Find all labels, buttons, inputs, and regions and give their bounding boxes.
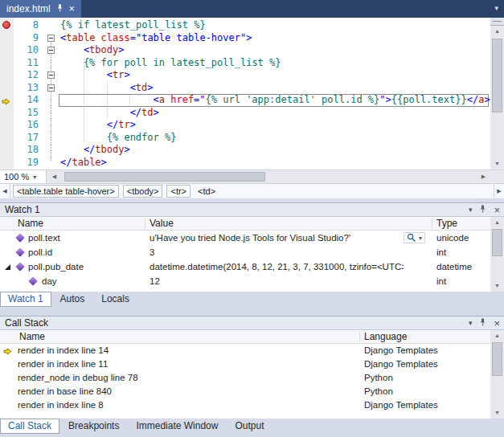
breakpoint-gutter-cell[interactable]	[0, 132, 14, 145]
outline-collapse-toggle[interactable]	[47, 71, 55, 79]
watch-row[interactable]: day12int	[0, 274, 490, 288]
breakpoint-gutter-cell[interactable]	[0, 69, 14, 82]
watch-value[interactable]: datetime.datetime(2014, 8, 12, 21, 3, 7,…	[150, 259, 404, 274]
breadcrumb-scroll-left-icon[interactable]: ◀	[0, 184, 10, 198]
code-editor[interactable]: 8{% if latest_poll_list %}9<table class=…	[0, 18, 490, 169]
chevron-down-icon[interactable]: ▾	[419, 235, 422, 242]
code-line[interactable]: 9<table class="table table-hover">	[0, 32, 490, 45]
code-line[interactable]: 13<td>	[0, 82, 490, 95]
breakpoint-gutter-cell[interactable]	[0, 107, 14, 120]
scroll-down-button[interactable]: ▼	[490, 158, 504, 169]
watch-name[interactable]: poll.id	[28, 245, 52, 259]
watch-row[interactable]: poll.id3int	[0, 245, 490, 259]
close-icon[interactable]: ×	[69, 4, 75, 14]
scroll-up-button[interactable]: ▲	[490, 330, 504, 341]
tool-tab-autos[interactable]: Autos	[52, 292, 93, 307]
watch-panel-header[interactable]: Watch 1 ▾ ×	[0, 202, 504, 217]
tree-expander-icon[interactable]	[5, 264, 10, 270]
watch-value[interactable]: u'Have you tried Node.js Tools for Visua…	[150, 231, 350, 245]
outline-collapse-toggle[interactable]	[47, 47, 55, 54]
close-icon[interactable]: ×	[494, 205, 500, 215]
callstack-frame[interactable]: render in base line 840Python	[0, 385, 490, 398]
breakpoint-gutter-cell[interactable]	[0, 82, 14, 95]
column-header-type[interactable]: Type	[436, 218, 457, 230]
code-text[interactable]: <tr>	[60, 69, 130, 82]
tool-tab-output[interactable]: Output	[227, 419, 272, 434]
code-text[interactable]: {% if latest_poll_list %}	[60, 19, 206, 32]
magnifier-icon[interactable]	[407, 233, 416, 243]
watch-value[interactable]: 3	[150, 245, 154, 259]
code-text[interactable]: <tbody>	[60, 44, 124, 57]
callstack-frame[interactable]: render_node in debug line 78Python	[0, 371, 490, 385]
watch-vertical-scrollbar[interactable]: ▲ ▼	[490, 217, 504, 292]
code-line[interactable]: 14<a href="{% url 'app:detail' poll.id %…	[0, 94, 490, 107]
callstack-frame[interactable]: render in index line 8Django Templates	[0, 398, 490, 412]
watch-row[interactable]: poll.pub_datedatetime.datetime(2014, 8, …	[0, 259, 490, 274]
column-header-name[interactable]: Name	[19, 331, 45, 343]
tool-tab-call-stack[interactable]: Call Stack	[0, 419, 59, 434]
outline-collapse-toggle[interactable]	[47, 35, 55, 42]
tool-tab-breakpoints[interactable]: Breakpoints	[60, 419, 127, 434]
callstack-frame[interactable]: render in index line 14Django Templates	[0, 344, 490, 357]
breakpoint-gutter-cell[interactable]	[0, 19, 14, 32]
code-line[interactable]: 15</td>	[0, 107, 490, 120]
editor-split-handle[interactable]	[490, 18, 504, 26]
close-icon[interactable]: ×	[494, 318, 500, 329]
callstack-vertical-scrollbar[interactable]: ▲ ▼	[490, 330, 504, 419]
code-line[interactable]: 17{% endfor %}	[0, 132, 490, 145]
code-text[interactable]: <a href="{% url 'app:detail' poll.id %}"…	[60, 94, 490, 107]
horizontal-scrollbar-thumb[interactable]	[64, 172, 265, 182]
breadcrumb-item[interactable]: <td>	[195, 186, 219, 197]
watch-row[interactable]: poll.textu'Have you tried Node.js Tools …	[0, 231, 490, 245]
tool-tab-locals[interactable]: Locals	[93, 292, 137, 307]
breakpoint-gutter-cell[interactable]	[0, 32, 14, 45]
pin-icon[interactable]	[479, 317, 486, 329]
breakpoint-gutter-cell[interactable]	[0, 144, 14, 157]
column-header-name[interactable]: Name	[18, 218, 43, 230]
code-line[interactable]: 11{% for poll in latest_poll_list %}	[0, 57, 490, 70]
chevron-down-icon[interactable]: ▾	[494, 5, 498, 12]
vertical-scrollbar-thumb[interactable]	[492, 39, 502, 112]
code-text[interactable]: </tr>	[60, 119, 136, 132]
editor-vertical-scrollbar[interactable]: ▲ ▼	[490, 18, 504, 169]
column-header-value[interactable]: Value	[150, 218, 174, 230]
breakpoint-gutter-cell[interactable]	[0, 119, 14, 132]
pin-icon[interactable]	[479, 204, 486, 216]
code-line[interactable]: 12<tr>	[0, 69, 490, 82]
code-line[interactable]: 18</tbody>	[0, 144, 490, 157]
vertical-scrollbar-thumb[interactable]	[492, 342, 502, 376]
code-line[interactable]: 19</table>	[0, 157, 490, 169]
breakpoint-gutter-cell[interactable]	[0, 44, 14, 57]
code-line[interactable]: 16</tr>	[0, 119, 490, 132]
code-text[interactable]: </td>	[60, 107, 159, 120]
breakpoint-gutter-cell[interactable]	[0, 94, 14, 107]
column-header-language[interactable]: Language	[364, 331, 407, 343]
code-text[interactable]: </table>	[60, 157, 107, 169]
tool-tab-watch-1[interactable]: Watch 1	[0, 292, 51, 307]
breadcrumb-item[interactable]: <tr>	[166, 185, 191, 198]
chevron-down-icon[interactable]: ▾	[469, 206, 473, 214]
breakpoint-gutter-cell[interactable]	[0, 157, 14, 169]
scroll-down-button[interactable]: ▼	[490, 280, 504, 292]
watch-name[interactable]: poll.text	[28, 231, 60, 245]
vertical-scrollbar-thumb[interactable]	[492, 229, 502, 256]
breadcrumb-scroll-right-icon[interactable]: ▶	[494, 184, 504, 198]
tool-tab-immediate-window[interactable]: Immediate Window	[128, 419, 226, 434]
pin-icon[interactable]	[56, 3, 64, 15]
code-text[interactable]: {% endfor %}	[60, 132, 176, 145]
code-line[interactable]: 10<tbody>	[0, 44, 490, 57]
outline-collapse-toggle[interactable]	[47, 84, 55, 92]
watch-name[interactable]: day	[42, 274, 57, 288]
code-line[interactable]: 8{% if latest_poll_list %}	[0, 19, 490, 32]
code-text[interactable]: {% for poll in latest_poll_list %}	[60, 57, 281, 70]
chevron-down-icon[interactable]: ▾	[469, 320, 473, 327]
breakpoint-icon[interactable]	[2, 21, 10, 29]
code-text[interactable]: <table class="table table-hover">	[60, 32, 252, 45]
value-viewer-controls[interactable]: ▾	[404, 232, 425, 243]
scroll-up-button[interactable]: ▲	[490, 26, 504, 37]
zoom-control[interactable]: 100 % ▾	[0, 170, 47, 183]
document-tab[interactable]: index.html ×	[0, 0, 81, 18]
scroll-right-button[interactable]: ▶	[477, 170, 490, 183]
scroll-left-button[interactable]: ◀	[47, 170, 61, 183]
watch-name[interactable]: poll.pub_date	[28, 259, 84, 274]
